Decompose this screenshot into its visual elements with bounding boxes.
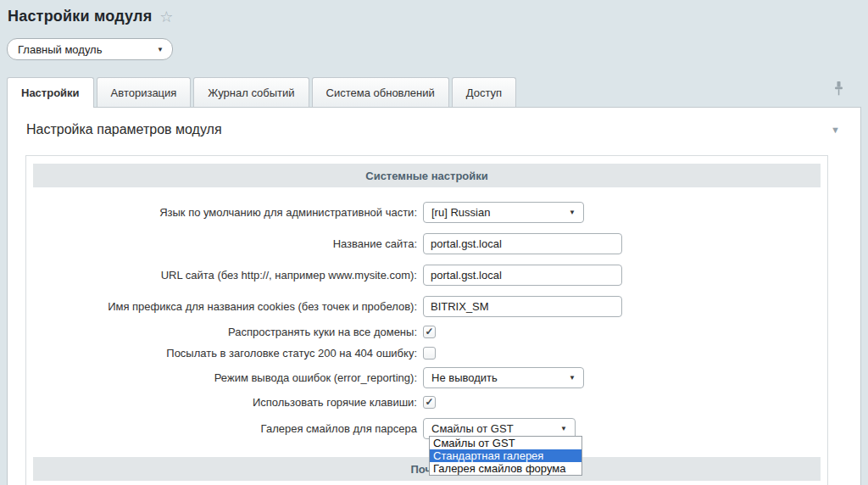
tab-access[interactable]: Доступ <box>452 77 516 107</box>
dropdown-option-highlighted[interactable]: Стандартная галерея <box>430 449 581 462</box>
pin-icon[interactable] <box>833 81 844 99</box>
settings-form: Системные настройки Язык по умолчанию дл… <box>25 155 828 485</box>
page-title: Настройки модуля <box>8 8 152 25</box>
module-select-value: Главный модуль <box>18 43 102 56</box>
section-bar-mail: Почта <box>33 457 821 481</box>
smiley-gallery-dropdown: Смайлы от GST Стандартная галерея Галере… <box>429 436 582 476</box>
form-row-smiley-gallery: Галерея смайлов для парсера Смайлы от GS… <box>33 418 821 439</box>
status-200-checkbox[interactable] <box>423 347 436 360</box>
form-row-error-reporting: Режим вывода ошибок (error_reporting): Н… <box>33 367 821 388</box>
form-row-status-200: Посылать в заголовке статус 200 на 404 о… <box>33 347 821 360</box>
tab-update-system[interactable]: Система обновлений <box>312 77 449 107</box>
admin-language-select[interactable]: [ru] Russian ▼ <box>423 202 584 223</box>
field-label: Посылать в заголовке статус 200 на 404 о… <box>33 347 417 360</box>
site-name-input[interactable] <box>423 233 622 254</box>
module-select[interactable]: Главный модуль ▼ <box>7 38 173 60</box>
favorite-star-icon[interactable]: ☆ <box>159 9 173 25</box>
panel-title: Настройка параметров модуля <box>26 120 222 138</box>
collapse-arrow-icon[interactable]: ▼ <box>831 125 840 135</box>
field-label: Распространять куки на все домены: <box>33 326 417 338</box>
field-label: Использовать горячие клавиши: <box>33 396 417 409</box>
cookie-prefix-input[interactable] <box>423 296 622 317</box>
tab-bar: Настройки Авторизация Журнал событий Сис… <box>7 77 861 107</box>
form-row-hotkeys: Использовать горячие клавиши: ✓ <box>33 396 821 409</box>
chevron-down-icon: ▼ <box>157 46 164 53</box>
chevron-down-icon: ▼ <box>569 209 576 216</box>
panel-header: Настройка параметров модуля ▼ <box>8 108 860 138</box>
tab-authorization[interactable]: Авторизация <box>97 77 192 107</box>
select-value: Смайлы от GST <box>431 422 514 435</box>
select-value: Не выводить <box>431 371 498 384</box>
form-row-site-name: Название сайта: <box>33 233 821 254</box>
dropdown-option[interactable]: Галерея смайлов форума <box>430 462 581 475</box>
dropdown-option[interactable]: Смайлы от GST <box>430 437 581 449</box>
field-label: Галерея смайлов для парсера <box>33 422 417 435</box>
hotkeys-checkbox[interactable]: ✓ <box>423 396 436 409</box>
select-value: [ru] Russian <box>431 206 490 219</box>
section-bar-system: Системные настройки <box>33 164 821 187</box>
tab-settings[interactable]: Настройки <box>7 77 94 108</box>
form-row-cookie-prefix: Имя префикса для названия cookies (без т… <box>33 296 821 317</box>
field-label: Название сайта: <box>33 237 417 250</box>
field-label: Режим вывода ошибок (error_reporting): <box>33 371 417 384</box>
form-row-admin-language: Язык по умолчанию для административной ч… <box>33 202 821 223</box>
chevron-down-icon: ▼ <box>560 425 567 432</box>
form-row-site-url: URL сайта (без http://, например www.mys… <box>33 265 821 286</box>
site-url-input[interactable] <box>423 265 622 286</box>
field-label: Язык по умолчанию для административной ч… <box>33 206 417 219</box>
spread-cookies-checkbox[interactable]: ✓ <box>423 326 436 338</box>
page-header: Настройки модуля ☆ <box>0 0 868 25</box>
chevron-down-icon: ▼ <box>569 374 576 382</box>
settings-panel: Настройка параметров модуля ▼ Системные … <box>7 107 861 485</box>
error-reporting-select[interactable]: Не выводить ▼ <box>423 367 584 388</box>
field-label: Имя префикса для названия cookies (без т… <box>33 300 417 313</box>
field-label: URL сайта (без http://, например www.mys… <box>33 269 417 282</box>
form-row-spread-cookies: Распространять куки на все домены: ✓ <box>33 326 821 338</box>
tab-event-log[interactable]: Журнал событий <box>193 77 309 107</box>
